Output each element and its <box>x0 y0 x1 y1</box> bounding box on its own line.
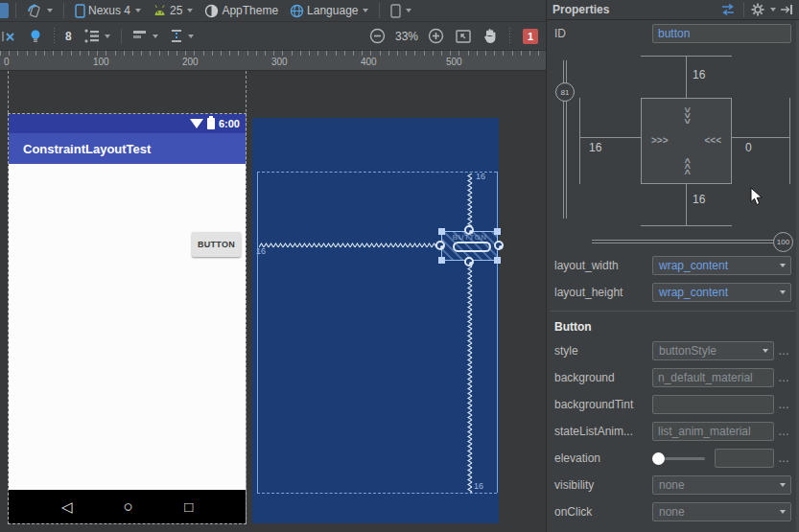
inspector-widget-box[interactable]: >>> <<< >>> <<< <box>641 98 732 184</box>
layout-height-row: layout_height wrap_content <box>547 279 799 306</box>
palette-icon[interactable] <box>0 3 9 18</box>
margin-line-right[interactable] <box>732 137 789 138</box>
nav-back-icon[interactable]: ◁ <box>61 498 73 516</box>
elevation-slider-knob[interactable] <box>652 452 665 465</box>
chevron-down-icon <box>187 9 193 12</box>
margin-line-top[interactable] <box>686 56 687 98</box>
state-list-animator-input[interactable]: list_anim_material <box>652 422 774 441</box>
resize-handle-sw[interactable] <box>438 257 445 264</box>
preview-button[interactable]: BUTTON <box>192 232 241 257</box>
globe-icon <box>290 4 304 18</box>
error-count-badge[interactable]: 1 <box>523 29 538 44</box>
zoom-to-fit-button[interactable] <box>452 28 475 45</box>
background-input[interactable]: n_default_material <box>652 368 774 387</box>
elevation-slider[interactable] <box>652 452 715 465</box>
design-canvas[interactable]: 6:00 ConstraintLayoutTest BUTTON ◁ ○ □ <box>0 71 546 532</box>
onclick-row: onClick none <box>547 498 799 525</box>
layout-width-dropdown[interactable]: wrap_content <box>652 256 791 275</box>
api-selector-label: 25 <box>170 4 182 17</box>
constraint-anchor-right[interactable] <box>494 241 504 250</box>
divider <box>743 2 744 17</box>
state-list-animator-label: stateListAnim... <box>554 425 652 438</box>
constraint-spring-left <box>259 241 441 250</box>
background-tint-label: backgroundTint <box>554 398 652 411</box>
style-row: style buttonStyle … <box>547 337 799 364</box>
background-more-button[interactable]: … <box>776 371 791 384</box>
divider <box>15 3 16 18</box>
guideline-button[interactable] <box>166 27 198 45</box>
inspector-margin-right[interactable]: 0 <box>745 141 752 154</box>
properties-title: Properties <box>552 3 609 16</box>
inspector-margin-left[interactable]: 16 <box>589 141 601 154</box>
clear-constraints-button[interactable] <box>2 27 21 46</box>
virtual-device-button[interactable] <box>387 2 415 20</box>
align-button[interactable] <box>129 28 162 44</box>
resize-handle-se[interactable] <box>494 257 501 264</box>
horizontal-bias-slider[interactable] <box>592 240 784 243</box>
gear-icon[interactable] <box>751 3 764 16</box>
inspector-margin-bottom[interactable]: 16 <box>693 193 705 206</box>
nav-recent-icon[interactable]: □ <box>184 498 193 515</box>
zoom-out-button[interactable] <box>365 26 389 46</box>
background-tint-more-button[interactable]: … <box>776 398 791 411</box>
app-bar-title: ConstraintLayoutTest <box>23 142 151 156</box>
resize-handle-nw[interactable] <box>438 228 445 235</box>
selected-button-widget[interactable]: BUTTON <box>441 231 498 261</box>
visibility-dropdown[interactable]: none <box>652 475 791 495</box>
constraint-anchor-left[interactable] <box>435 241 445 250</box>
theme-selector[interactable]: AppTheme <box>200 2 282 20</box>
section-divider <box>551 311 795 312</box>
style-more-button[interactable]: … <box>776 344 791 358</box>
switch-view-icon[interactable] <box>719 4 737 15</box>
id-input[interactable]: button <box>652 24 791 43</box>
hide-panel-icon[interactable] <box>780 4 793 15</box>
style-dropdown[interactable]: buttonStyle <box>652 341 774 360</box>
ruler-label: 200 <box>182 57 199 67</box>
language-selector[interactable]: Language <box>286 2 372 20</box>
api-selector[interactable]: 25 <box>149 2 197 19</box>
blueprint-view[interactable]: 16 16 16 BUTTON <box>252 118 499 523</box>
background-tint-row: backgroundTint … <box>547 391 799 418</box>
nav-home-icon[interactable]: ○ <box>124 497 133 517</box>
pack-button[interactable] <box>80 27 114 45</box>
constraintlayout-bound-top <box>257 172 497 173</box>
constraintlayout-bound-left <box>257 172 258 493</box>
device-screen-preview[interactable]: 6:00 ConstraintLayoutTest BUTTON ◁ ○ □ <box>9 114 246 523</box>
onclick-dropdown[interactable]: none <box>652 502 791 521</box>
vertical-bias-knob[interactable]: 81 <box>555 82 575 102</box>
infer-constraints-button[interactable] <box>25 27 46 46</box>
style-label: style <box>554 344 652 358</box>
constraint-anchor-bottom[interactable] <box>464 257 474 266</box>
anchor-bar-right <box>789 98 790 184</box>
chevron-down-icon <box>780 510 786 514</box>
anchor-bar-left <box>579 98 580 184</box>
background-tint-input[interactable] <box>652 395 774 414</box>
android-icon <box>153 5 167 16</box>
clear-constraints-icon <box>2 29 17 44</box>
chevron-down-icon <box>363 9 368 12</box>
ruler-label: 0 <box>4 57 10 67</box>
constraint-anchor-top[interactable] <box>464 225 474 235</box>
selection-guide-line <box>8 71 9 113</box>
resize-handle-ne[interactable] <box>494 228 501 235</box>
inspector-margin-top[interactable]: 16 <box>693 68 705 81</box>
chevron-down-icon <box>105 35 110 38</box>
pack-icon <box>83 29 100 43</box>
pan-button[interactable] <box>479 26 502 46</box>
orientation-button[interactable] <box>23 1 57 20</box>
chevron-down-icon <box>780 290 786 294</box>
zoom-in-icon <box>428 28 444 44</box>
distribute-icon <box>170 29 183 43</box>
zoom-in-button[interactable] <box>424 26 448 46</box>
margin-line-bottom[interactable] <box>686 184 687 226</box>
horizontal-bias-knob[interactable]: 100 <box>773 232 793 252</box>
elevation-more-button[interactable]: … <box>776 451 791 465</box>
default-margin-button[interactable]: 8 <box>61 28 76 45</box>
state-list-animator-more-button[interactable]: … <box>776 425 791 438</box>
elevation-input[interactable] <box>715 449 774 468</box>
zoom-level: 33% <box>395 30 418 43</box>
device-selector[interactable]: Nexus 4 <box>71 2 145 20</box>
margin-line-left[interactable] <box>579 137 641 138</box>
wrap-indicator-left-icon: >>> <box>651 135 669 146</box>
layout-height-dropdown[interactable]: wrap_content <box>652 283 791 302</box>
